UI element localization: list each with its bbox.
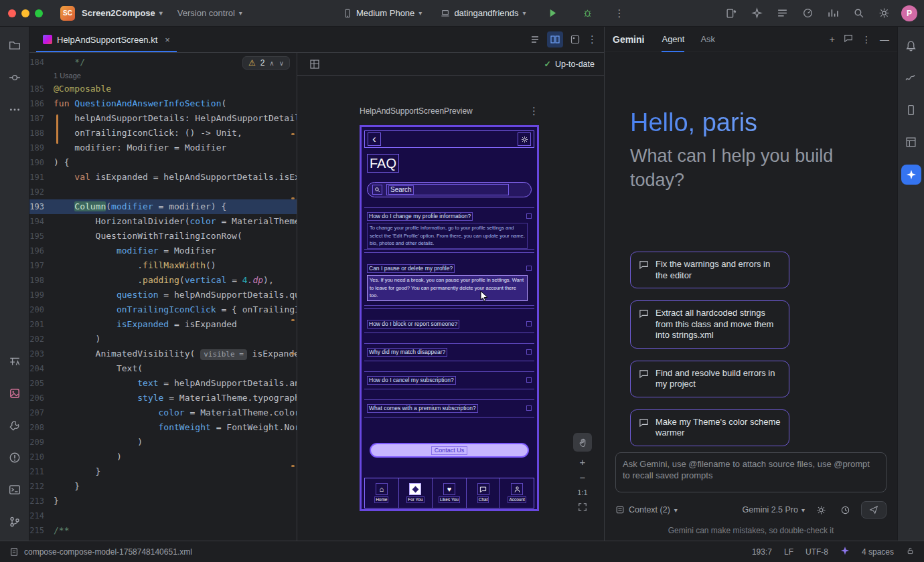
nav-for-you[interactable]: For You (399, 478, 433, 508)
context-selector[interactable]: Context (2) ▾ (615, 505, 678, 514)
device-selector[interactable]: Medium Phone ▾ (343, 8, 422, 18)
terminal-icon[interactable] (5, 480, 24, 499)
readonly-lock-icon[interactable] (906, 547, 915, 557)
ai-assistant-icon[interactable] (749, 5, 765, 21)
expand-icon[interactable] (526, 266, 532, 271)
problems-icon[interactable] (5, 448, 24, 467)
code-line[interactable]: 192 (29, 185, 297, 199)
statusbar-file[interactable]: compose-compose-model-1758748140651.xml (9, 547, 192, 557)
code-line[interactable]: 194 HorizontalDivider(color = MaterialTh… (29, 214, 297, 229)
tab-agent[interactable]: Agent (662, 27, 684, 52)
expand-icon[interactable] (526, 349, 532, 355)
next-problem-button[interactable]: ∨ (279, 60, 284, 67)
debug-button[interactable] (580, 5, 596, 21)
editor-tab[interactable]: HelpAndSupportScreen.kt × (36, 27, 177, 52)
phone-preview[interactable]: ‹ FAQ Search (360, 125, 539, 511)
code-line[interactable]: 195 QuestionWithTrailingIconRow( (29, 229, 297, 244)
code-line[interactable]: 189 modifier: Modifier = Modifier (29, 140, 297, 155)
zoom-ratio-button[interactable]: 1:1 (577, 488, 587, 496)
code-line[interactable]: 190) { (29, 155, 297, 170)
new-chat-icon[interactable]: + (830, 34, 835, 45)
chat-history-icon[interactable] (844, 33, 853, 45)
nav-account[interactable]: Account (500, 478, 534, 508)
code-line[interactable]: 201 isExpanded = isExpanded (29, 317, 297, 332)
close-tab-icon[interactable]: × (165, 35, 170, 45)
faq-question[interactable]: What comes with a premium subscription? (367, 403, 532, 413)
zoom-to-fit-icon[interactable] (578, 502, 587, 513)
profiler-tool-icon[interactable] (902, 68, 921, 87)
contact-us-button[interactable]: Contact Us (370, 443, 529, 458)
faq-question[interactable]: How do I change my profile information? (367, 211, 532, 221)
code-line[interactable]: 193 Column(modifier = modifier) { (29, 199, 297, 214)
code-line[interactable]: 205 text = helpAndSupportDetails.answer, (29, 376, 297, 391)
caret-position[interactable]: 193:7 (752, 547, 772, 557)
code-line[interactable]: 198 .padding(vertical = 4.dp), (29, 273, 297, 288)
nav-home[interactable]: ⌂ Home (365, 478, 399, 508)
code-line[interactable]: 207 color = MaterialTheme.colorScheme.on… (29, 405, 297, 420)
preview-grid-icon[interactable] (307, 56, 323, 72)
previous-problem-button[interactable]: ∧ (269, 60, 274, 67)
minimize-window-button[interactable] (21, 9, 29, 17)
more-tool-windows-icon[interactable] (5, 100, 24, 119)
code-line[interactable]: 203 AnimatedVisibility( visible = isExpa… (29, 347, 297, 361)
line-separator[interactable]: LF (784, 547, 793, 557)
code-line[interactable]: 213} (29, 494, 297, 508)
app-inspection-icon[interactable] (799, 5, 816, 21)
gemini-settings-icon[interactable] (813, 502, 829, 518)
settings-icon[interactable] (876, 5, 892, 21)
code-line[interactable]: 214 (29, 508, 297, 523)
zoom-in-button[interactable]: + (580, 458, 586, 467)
resource-manager-icon[interactable] (5, 384, 24, 403)
gemini-more-options-icon[interactable]: ⋮ (862, 34, 871, 45)
ai-status-icon[interactable] (840, 546, 850, 557)
layout-inspector-icon[interactable] (902, 132, 921, 151)
run-config-selector[interactable]: datingandfriends ▾ (441, 8, 526, 18)
code-line[interactable]: 197 .fillMaxWidth() (29, 258, 297, 273)
code-line[interactable]: 209 ) (29, 435, 297, 450)
indent-setting[interactable]: 4 spaces (862, 547, 894, 557)
code-line[interactable]: 186fun QuestionAndAnswerInfoSection( (29, 96, 297, 111)
model-selector[interactable]: Gemini 2.5 Pro ▾ (743, 505, 805, 514)
code-line[interactable]: 188 onTrailingIconClick: () -> Unit, (29, 126, 297, 140)
project-icon[interactable] (5, 36, 24, 55)
expand-icon[interactable] (526, 213, 532, 219)
code-line[interactable]: 208 fontWeight = FontWeight.Normal (29, 420, 297, 435)
search-icon[interactable] (850, 5, 866, 21)
close-window-button[interactable] (8, 9, 16, 17)
send-button[interactable] (861, 501, 887, 519)
suggestion-card[interactable]: Extract all hardcoded strings from this … (630, 300, 789, 349)
code-line[interactable]: 211 } (29, 464, 297, 479)
split-view-icon[interactable] (547, 31, 563, 48)
string-resources-icon[interactable] (5, 352, 24, 371)
version-control-icon[interactable] (5, 512, 24, 531)
suggestion-card[interactable]: Make my Theme's color scheme warmer (630, 409, 789, 446)
commit-icon[interactable] (5, 68, 24, 87)
version-control-selector[interactable]: Version control ▾ (177, 8, 242, 18)
code-line[interactable]: 202 ) (29, 332, 297, 347)
nav-likes-you[interactable]: ♥ Likes You (433, 478, 467, 508)
settings-button[interactable] (518, 132, 531, 146)
code-line[interactable]: 187 helpAndSupportDetails: HelpAndSuppor… (29, 111, 297, 126)
faq-question[interactable]: How do I cancel my subscription? (367, 375, 532, 385)
code-line[interactable]: 1 Usage (29, 70, 297, 82)
profile-avatar[interactable]: P (901, 5, 917, 21)
faq-question[interactable]: Can I pause or delete my profile? (367, 264, 532, 273)
expand-icon[interactable] (526, 405, 532, 411)
search-field[interactable]: Search (386, 184, 509, 195)
logcat-icon[interactable] (774, 5, 790, 21)
code-line[interactable]: 206 style = MaterialTheme.typography.bod… (29, 391, 297, 405)
suggestion-card[interactable]: Find and resolve build errors in my proj… (630, 361, 789, 397)
preview-menu-icon[interactable]: ⋮ (529, 105, 539, 117)
code-editor[interactable]: 184 */1 Usage185@Composable186fun Questi… (29, 53, 297, 541)
tab-ask[interactable]: Ask (700, 27, 715, 52)
gemini-tool-icon[interactable] (901, 165, 921, 185)
code-line[interactable]: 185@Composable (29, 82, 297, 96)
back-button[interactable]: ‹ (368, 132, 381, 146)
preview-canvas[interactable]: HelpAndSupportScreenPreview ⋮ ‹ F (297, 76, 604, 541)
editor-more-options-icon[interactable]: ⋮ (587, 33, 597, 45)
pan-icon[interactable] (573, 433, 592, 452)
code-view-icon[interactable] (527, 31, 543, 48)
prompt-history-icon[interactable] (837, 502, 853, 518)
expand-icon[interactable] (526, 377, 532, 383)
code-line[interactable]: 191 val isExpanded = helpAndSupportDetai… (29, 170, 297, 185)
